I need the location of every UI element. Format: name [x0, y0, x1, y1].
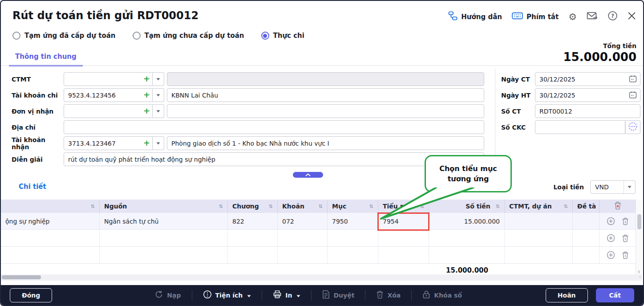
- cell-de-tai[interactable]: [573, 213, 599, 229]
- delete-row-button[interactable]: [622, 217, 629, 225]
- tai-khoan-chi-desc-input[interactable]: [167, 88, 484, 102]
- detail-table: ⇅ Nguồn⇅ Chương⇅ Khoản⇅ Mục⇅ Tiểu mục⇅ S…: [1, 200, 642, 264]
- cell-tieu-muc[interactable]: 7954: [378, 213, 429, 229]
- cell-dien-giai[interactable]: [1, 230, 100, 246]
- horizontal-scrollbar[interactable]: ›: [1, 274, 642, 281]
- detail-section-title: Chi tiết: [19, 183, 46, 191]
- caret-down-icon: [156, 110, 160, 113]
- col-header-nguon[interactable]: Nguồn⇅: [100, 200, 228, 213]
- caret-down-icon: [624, 181, 635, 193]
- collapse-header-button[interactable]: [293, 172, 323, 178]
- tai-khoan-chi-code-input[interactable]: [64, 88, 153, 102]
- close-button[interactable]: [628, 12, 636, 22]
- postpone-button[interactable]: Hoãn: [546, 288, 588, 302]
- cell-nguon[interactable]: Ngân sách tự chủ: [100, 213, 228, 229]
- cell-ctmt[interactable]: [505, 247, 573, 263]
- tai-khoan-nhan-code-input[interactable]: [64, 136, 153, 150]
- cell-chuong[interactable]: 822: [228, 213, 278, 229]
- col-header-de-tai[interactable]: Đề tà: [573, 200, 599, 213]
- calendar-icon[interactable]: [629, 91, 637, 101]
- cell-muc[interactable]: [328, 247, 378, 263]
- sort-icon: ⇅: [417, 204, 424, 209]
- delete-row-button[interactable]: [622, 234, 629, 242]
- ctmt-dropdown-button[interactable]: [153, 72, 164, 86]
- col-header-tieu-muc[interactable]: Tiểu mục⇅: [378, 200, 429, 213]
- tab-thong-tin-chung[interactable]: Thông tin chung: [9, 51, 83, 66]
- add-icon[interactable]: +: [143, 106, 150, 116]
- add-icon[interactable]: +: [143, 90, 150, 100]
- dia-chi-input[interactable]: [64, 120, 484, 134]
- add-icon[interactable]: +: [143, 74, 150, 84]
- cell-de-tai[interactable]: [573, 230, 599, 246]
- add-row-button[interactable]: [607, 234, 615, 242]
- cell-de-tai[interactable]: [573, 247, 599, 263]
- ctmt-code-input[interactable]: [64, 72, 153, 86]
- cell-ctmt[interactable]: [505, 230, 573, 246]
- tai-khoan-nhan-desc-input[interactable]: [167, 136, 484, 150]
- add-icon[interactable]: +: [143, 138, 150, 148]
- cell-khoan[interactable]: [278, 247, 328, 263]
- so-ckc-input[interactable]: [535, 120, 625, 134]
- col-header-muc[interactable]: Mục⇅: [328, 200, 378, 213]
- cell-nguon[interactable]: [100, 230, 228, 246]
- cell-nguon[interactable]: [100, 247, 228, 263]
- col-header-khoan[interactable]: Khoản⇅: [278, 200, 328, 213]
- cell-muc[interactable]: 7950: [328, 213, 378, 229]
- col-header-ctmt-du-an[interactable]: CTMT, dự án⇅: [505, 200, 573, 213]
- don-vi-nhan-code-input[interactable]: [64, 104, 153, 118]
- so-ct-input[interactable]: [535, 104, 640, 118]
- print-button[interactable]: In: [273, 290, 300, 300]
- currency-select[interactable]: VND: [590, 180, 636, 194]
- cell-tieu-muc[interactable]: [378, 230, 429, 246]
- col-header-so-tien[interactable]: Số tiền⇅: [429, 200, 505, 213]
- add-row-button[interactable]: [607, 217, 615, 225]
- col-header-dien-giai[interactable]: ⇅: [1, 200, 100, 213]
- col-header-actions[interactable]: [599, 200, 636, 213]
- delete-row-button[interactable]: [622, 251, 629, 259]
- radio-tam-ung-da-cap[interactable]: Tạm ứng đã cấp dự toán: [12, 32, 116, 40]
- cell-dien-giai[interactable]: ộng sự nghiệp: [1, 213, 100, 229]
- tai-khoan-nhan-dropdown-button[interactable]: [153, 136, 164, 150]
- cell-ctmt[interactable]: [505, 213, 573, 229]
- help-button[interactable]: ?: [608, 11, 618, 23]
- save-button[interactable]: Cất: [596, 288, 634, 302]
- tai-khoan-chi-dropdown-button[interactable]: [153, 88, 164, 102]
- don-vi-nhan-desc-input[interactable]: [167, 104, 484, 118]
- vertical-scrollbar[interactable]: ∨: [636, 200, 642, 274]
- scroll-right-icon[interactable]: ›: [639, 274, 641, 279]
- calendar-icon[interactable]: [629, 75, 637, 85]
- utilities-button[interactable]: Tiện ích: [203, 290, 251, 300]
- cell-chuong[interactable]: [228, 230, 278, 246]
- cell-khoan[interactable]: [278, 230, 328, 246]
- don-vi-nhan-dropdown-button[interactable]: [153, 104, 164, 118]
- ngay-ct-input[interactable]: [535, 72, 640, 86]
- cell-chuong[interactable]: [228, 247, 278, 263]
- feedback-button[interactable]: [587, 12, 598, 22]
- col-header-chuong[interactable]: Chương⇅: [228, 200, 278, 213]
- cell-so-tien[interactable]: 15.000.000: [429, 213, 505, 229]
- cell-khoan[interactable]: 072: [278, 213, 328, 229]
- settings-button[interactable]: ⚙: [568, 12, 577, 22]
- guide-button[interactable]: Hướng dẫn: [448, 11, 502, 22]
- scroll-down-icon[interactable]: ∨: [637, 269, 640, 274]
- cell-so-tien[interactable]: [429, 247, 505, 263]
- radio-tam-ung-chua-cap[interactable]: Tạm ứng chưa cấp dự toán: [133, 32, 244, 40]
- cell-so-tien[interactable]: [429, 230, 505, 246]
- vertical-scrollbar-thumb[interactable]: [637, 214, 641, 229]
- radio-thuc-chi[interactable]: Thực chi: [261, 32, 304, 40]
- footer-divider: [311, 290, 312, 301]
- shortcut-button[interactable]: Phím tắt: [512, 12, 559, 22]
- footer-primary-actions: Hoãn Cất: [546, 288, 634, 302]
- form-row-dien-giai: Diễn giải: [12, 152, 484, 166]
- so-ckc-more-button[interactable]: [625, 120, 640, 134]
- cell-dien-giai[interactable]: [1, 247, 100, 263]
- ngay-ht-input[interactable]: [535, 88, 640, 102]
- horizontal-scrollbar-thumb[interactable]: [2, 275, 41, 279]
- dien-giai-input[interactable]: [64, 152, 484, 166]
- delete-all-icon[interactable]: [614, 201, 622, 211]
- cell-tieu-muc[interactable]: [378, 247, 429, 263]
- radio-label: Thực chi: [273, 32, 304, 40]
- cell-muc[interactable]: [328, 230, 378, 246]
- add-row-button[interactable]: [607, 251, 615, 259]
- close-dialog-button[interactable]: Đóng: [10, 288, 52, 302]
